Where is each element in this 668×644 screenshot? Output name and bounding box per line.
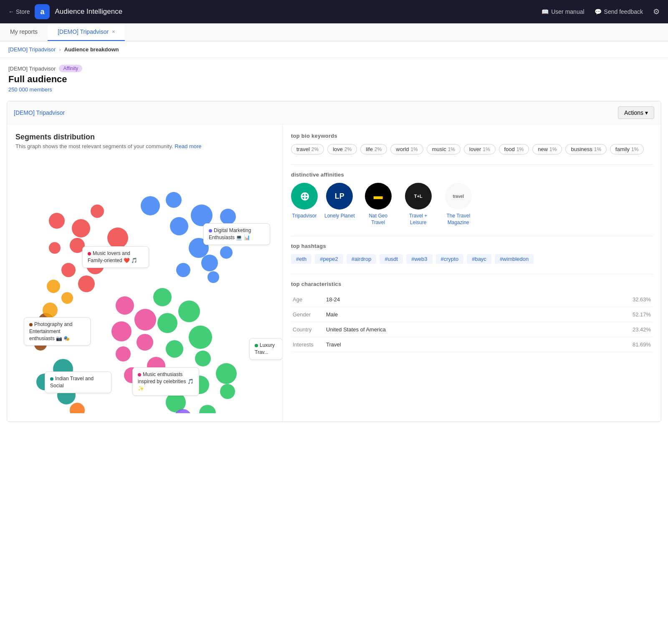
- segment-label: Indian Travel and Social: [45, 371, 111, 393]
- hashtags-title: Top hashtags: [291, 243, 653, 249]
- actions-button[interactable]: Actions ▾: [618, 106, 654, 119]
- actions-chevron-icon: ▾: [645, 109, 648, 116]
- hashtag-tag[interactable]: #usdt: [380, 254, 403, 264]
- hashtag-tag[interactable]: #bayc: [467, 254, 491, 264]
- segment-label: Luxury Trav...: [249, 338, 283, 360]
- hashtag-tag[interactable]: #airdrop: [347, 254, 377, 264]
- bubble: [116, 346, 131, 361]
- affinity-name: Nat Geo Travel: [362, 213, 395, 226]
- back-button[interactable]: ← Store: [8, 8, 30, 15]
- main-card-header: [DEMO] Tripadvisor Actions ▾: [7, 101, 661, 124]
- stats-section: Top bio keywords travel 2%love 2%life 2%…: [283, 124, 661, 422]
- characteristics-title: Top characteristics: [291, 281, 653, 287]
- segment-label: Photography and Entertainment enthusiast…: [24, 317, 91, 346]
- characteristic-row: Gender Male 52.17%: [291, 307, 653, 322]
- tab-demo-tripadvisor[interactable]: [DEMO] Tripadvisor ×: [48, 23, 125, 41]
- affinity-item[interactable]: T+L Travel + Leisure: [402, 183, 435, 226]
- char-pct: 23.42%: [623, 322, 653, 337]
- affinity-logo: ⊕: [291, 183, 318, 210]
- audience-members: 250 000 members: [8, 86, 660, 93]
- breadcrumb: [DEMO] Tripadvisor › Audience breakdown: [0, 41, 668, 58]
- topnav: ← Store a Audience Intelligence 📖 User m…: [0, 0, 668, 23]
- affinity-name: Travel + Leisure: [402, 213, 435, 226]
- tab-my-reports[interactable]: My reports: [0, 23, 48, 41]
- bubble: [201, 255, 218, 271]
- keyword-tag[interactable]: world 1%: [390, 144, 423, 154]
- hashtag-tag[interactable]: #web3: [406, 254, 432, 264]
- breadcrumb-parent[interactable]: [DEMO] Tripadvisor: [8, 46, 56, 53]
- hashtags-container: #eth#pepe2#airdrop#usdt#web3#crypto#bayc…: [291, 254, 653, 264]
- affinity-logo: travel: [445, 183, 472, 210]
- store-label[interactable]: Store: [16, 8, 30, 15]
- hashtag-tag[interactable]: #crypto: [436, 254, 464, 264]
- keyword-tag[interactable]: love 2%: [327, 144, 357, 154]
- affinity-item[interactable]: ⊕ Tripadvisor: [291, 183, 318, 226]
- bubble: [178, 301, 200, 322]
- app-title: Audience Intelligence: [55, 8, 122, 16]
- affinity-item[interactable]: travel The Travel Magazine: [442, 183, 475, 226]
- char-value: Male: [324, 307, 623, 322]
- char-label: Gender: [291, 307, 324, 322]
- audience-label-text: [DEMO] Tripadvisor: [8, 66, 56, 72]
- bubble: [61, 292, 73, 304]
- audience-title: Full audience: [8, 74, 660, 85]
- bubble: [134, 309, 156, 331]
- hashtag-tag[interactable]: #eth: [291, 254, 311, 264]
- affinity-item[interactable]: ▬ Nat Geo Travel: [362, 183, 395, 226]
- char-label: Interests: [291, 337, 324, 352]
- bubble: [137, 334, 153, 351]
- bubble: [216, 363, 237, 384]
- hashtag-tag[interactable]: #pepe2: [315, 254, 343, 264]
- bubble: [141, 196, 160, 215]
- bubble: [220, 209, 236, 225]
- characteristics-table: Age 18-24 32.63% Gender Male 52.17% Coun…: [291, 292, 653, 352]
- breadcrumb-separator: ›: [59, 46, 61, 53]
- segment-label: Music enthusiasts inspired by celebritie…: [132, 367, 199, 396]
- bubble: [91, 205, 104, 218]
- affinity-item[interactable]: LP Lonely Planet: [324, 183, 355, 226]
- settings-icon[interactable]: ⚙: [653, 7, 660, 16]
- hashtag-tag[interactable]: #wimbledon: [495, 254, 534, 264]
- user-manual-link[interactable]: 📖 User manual: [541, 8, 584, 15]
- back-arrow-icon: ←: [8, 8, 14, 15]
- bubble: [70, 403, 85, 413]
- keyword-tag[interactable]: life 2%: [360, 144, 387, 154]
- graph-subtitle: This graph shows the most relevant segme…: [15, 143, 274, 149]
- main-card: [DEMO] Tripadvisor Actions ▾ Segments di…: [7, 101, 661, 422]
- keyword-tag[interactable]: business 1%: [565, 144, 607, 154]
- affinity-name: The Travel Magazine: [442, 213, 475, 226]
- char-value: 18-24: [324, 292, 623, 307]
- bubble: [220, 384, 235, 399]
- bubble: [153, 288, 172, 306]
- keyword-tag[interactable]: travel 2%: [291, 144, 324, 154]
- send-feedback-link[interactable]: 💬 Send feedback: [595, 8, 643, 15]
- tabs-bar: My reports [DEMO] Tripadvisor ×: [0, 23, 668, 41]
- bubble: [207, 271, 219, 283]
- graph-title: Segments distribution: [15, 133, 274, 141]
- affinity-logo: LP: [326, 183, 353, 210]
- characteristic-row: Age 18-24 32.63%: [291, 292, 653, 307]
- affinities-title: Distinctive affinities: [291, 172, 653, 178]
- read-more-link[interactable]: Read more: [175, 143, 201, 149]
- char-pct: 32.63%: [623, 292, 653, 307]
- bubble: [111, 321, 132, 341]
- keyword-tag[interactable]: lover 1%: [464, 144, 496, 154]
- tab-close-icon[interactable]: ×: [112, 29, 115, 35]
- breadcrumb-current: Audience breakdown: [64, 46, 119, 53]
- bubble: [195, 351, 211, 366]
- content-split: Segments distribution This graph shows t…: [7, 124, 661, 422]
- bubble: [72, 219, 90, 237]
- main-card-title[interactable]: [DEMO] Tripadvisor: [14, 109, 65, 116]
- segment-label: Music lovers and Family-oriented ❤️ 🎵: [82, 246, 149, 268]
- affinities-row: ⊕ Tripadvisor LP Lonely Planet ▬ Nat Geo…: [291, 183, 653, 226]
- bubble: [166, 192, 182, 208]
- char-pct: 52.17%: [623, 307, 653, 322]
- bubble: [157, 313, 177, 333]
- affinity-logo: T+L: [405, 183, 432, 210]
- keyword-tag[interactable]: music 1%: [427, 144, 461, 154]
- char-label: Country: [291, 322, 324, 337]
- keyword-tag[interactable]: food 1%: [499, 144, 529, 154]
- bubble: [166, 340, 183, 358]
- keyword-tag[interactable]: new 1%: [532, 144, 562, 154]
- keyword-tag[interactable]: family 1%: [610, 144, 644, 154]
